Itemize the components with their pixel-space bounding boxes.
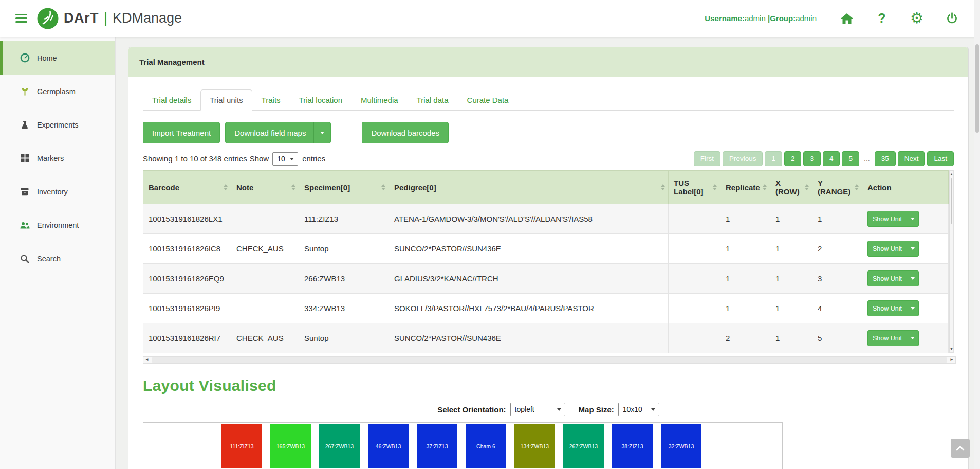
settings-gear-icon[interactable]: ⚙: [909, 11, 924, 26]
pagination-page-3-button[interactable]: 3: [803, 151, 821, 166]
table-vertical-scrollbar[interactable]: ▲ ▼: [949, 170, 954, 353]
cell-replicate: 1: [720, 294, 770, 323]
table-horizontal-scrollbar[interactable]: ◄ ►: [143, 356, 956, 364]
scroll-up-icon[interactable]: ▲: [950, 171, 953, 177]
home-icon[interactable]: [839, 11, 855, 26]
app-shell: Home Germplasm Experiments Markers Inven…: [0, 37, 980, 469]
sidebar-item-search[interactable]: Search: [0, 242, 115, 275]
sidebar-item-markers[interactable]: Markers: [0, 141, 115, 175]
cell-action: Show Unit: [862, 294, 949, 323]
cell-replicate: 1: [720, 234, 770, 264]
column-header-y-range[interactable]: Y (RANGE): [812, 171, 862, 204]
tab-trial-units[interactable]: Trial units: [200, 89, 252, 111]
download-field-maps-dropdown-toggle[interactable]: [313, 122, 330, 143]
sidebar-item-label: Home: [37, 54, 57, 62]
show-unit-button[interactable]: Show Unit: [867, 330, 919, 346]
power-logout-icon[interactable]: [944, 11, 959, 26]
sidebar-item-home[interactable]: Home: [0, 41, 115, 75]
download-barcodes-button[interactable]: Download barcodes: [362, 122, 449, 143]
sidebar-item-germplasm[interactable]: Germplasm: [0, 75, 115, 108]
tab-traits[interactable]: Traits: [252, 89, 290, 111]
show-unit-button[interactable]: Show Unit: [867, 241, 919, 257]
show-unit-button[interactable]: Show Unit: [867, 211, 919, 227]
dashboard-gauge-icon: [19, 53, 30, 63]
show-unit-dropdown-toggle[interactable]: [907, 211, 918, 226]
sidebar-item-experiments[interactable]: Experiments: [0, 108, 115, 141]
cell-note: [231, 264, 299, 294]
column-header-x-row[interactable]: X (ROW): [770, 171, 812, 204]
download-field-maps-button[interactable]: Download field maps: [225, 122, 331, 143]
show-unit-dropdown-toggle[interactable]: [907, 241, 918, 256]
cell-action: Show Unit: [862, 234, 949, 264]
scrollbar-thumb[interactable]: [951, 178, 952, 224]
sidebar-item-inventory[interactable]: Inventory: [0, 175, 115, 208]
show-unit-button[interactable]: Show Unit: [867, 270, 919, 286]
scroll-right-icon[interactable]: ►: [948, 357, 955, 363]
pagination-page-4-button[interactable]: 4: [823, 151, 840, 166]
column-header-specimen[interactable]: Specimen[0]: [299, 171, 389, 204]
sidebar-item-environment[interactable]: Environment: [0, 208, 115, 242]
pagination-previous-button[interactable]: Previous: [723, 151, 763, 166]
cell-specimen: 266:ZWB13: [299, 264, 389, 294]
layout-tile[interactable]: 46:ZWB13: [368, 424, 409, 468]
back-to-top-button[interactable]: [951, 439, 970, 458]
scroll-down-icon[interactable]: ▼: [950, 346, 953, 352]
page-size-select[interactable]: 10: [273, 153, 298, 165]
orientation-select[interactable]: topleft: [511, 403, 565, 416]
map-size-label: Map Size:: [579, 405, 614, 414]
pagination-last-button[interactable]: Last: [927, 151, 954, 166]
pagination-page-35-button[interactable]: 35: [875, 151, 896, 166]
column-header-note[interactable]: Note: [231, 171, 299, 204]
pagination-first-button[interactable]: First: [694, 151, 720, 166]
topbar-left: DArT | KDManage: [15, 7, 182, 30]
menu-toggle-icon[interactable]: [15, 14, 27, 23]
layout-tile[interactable]: 32:ZWB13: [661, 424, 701, 468]
users-group-icon: [19, 221, 30, 230]
pagination-page-5-button[interactable]: 5: [842, 151, 859, 166]
pagination-page-2-button[interactable]: 2: [784, 151, 802, 166]
layout-tile[interactable]: 165:ZWB13: [270, 424, 311, 468]
tab-multimedia[interactable]: Multimedia: [352, 89, 408, 111]
column-header-barcode[interactable]: Barcode: [143, 171, 231, 204]
pagination-ellipsis: ...: [864, 155, 870, 163]
pagination-page-1-button[interactable]: 1: [765, 151, 782, 166]
cell-tus-label: [669, 204, 720, 234]
entries-label: entries: [302, 154, 325, 163]
table-controls-row: Showing 1 to 10 of 348 entries Show 10 e…: [143, 151, 954, 166]
map-size-select[interactable]: 10x10: [619, 403, 659, 416]
column-header-replicate[interactable]: Replicate: [720, 171, 770, 204]
pagination-next-button[interactable]: Next: [898, 151, 926, 166]
column-header-pedigree[interactable]: Pedigree[0]: [389, 171, 669, 204]
scrollbar-thumb[interactable]: [152, 357, 947, 363]
show-unit-button[interactable]: Show Unit: [867, 300, 919, 316]
layout-tile[interactable]: Cham 6: [466, 424, 506, 468]
tab-trial-data[interactable]: Trial data: [408, 89, 458, 111]
scroll-left-icon[interactable]: ◄: [143, 357, 151, 363]
import-treatment-button[interactable]: Import Treatment: [143, 122, 220, 143]
show-unit-dropdown-toggle[interactable]: [907, 271, 918, 286]
cell-tus-label: [669, 323, 720, 353]
layout-tile[interactable]: 37:ZIZ13: [417, 424, 457, 468]
tab-trial-location[interactable]: Trial location: [290, 89, 352, 111]
layout-tile[interactable]: 267:ZWB13: [563, 424, 604, 468]
tab-curate-data[interactable]: Curate Data: [458, 89, 518, 111]
tab-trial-details[interactable]: Trial details: [143, 89, 200, 111]
cell-note: CHECK_AUS: [231, 323, 299, 353]
scrollbar-thumb[interactable]: [975, 44, 979, 133]
help-icon[interactable]: ?: [874, 11, 890, 26]
layout-tile[interactable]: 38:ZIZ13: [612, 424, 653, 468]
show-unit-dropdown-toggle[interactable]: [907, 301, 918, 316]
brand-logo[interactable]: DArT | KDManage: [36, 7, 182, 30]
column-header-action: Action: [862, 171, 949, 204]
column-header-tus-label[interactable]: TUS Label[0]: [669, 171, 720, 204]
layout-tile[interactable]: 134:ZWB13: [514, 424, 555, 468]
plant-icon: [19, 86, 30, 96]
layout-tile[interactable]: 111:ZIZ13: [221, 424, 262, 468]
sort-icon: [763, 184, 767, 190]
cell-specimen: 111:ZIZ13: [299, 204, 389, 234]
group-label: Group:: [770, 14, 796, 23]
cell-x-row: 1: [770, 294, 812, 323]
window-scrollbar[interactable]: [974, 0, 980, 469]
show-unit-dropdown-toggle[interactable]: [907, 331, 918, 346]
layout-tile[interactable]: 267:ZWB13: [319, 424, 360, 468]
